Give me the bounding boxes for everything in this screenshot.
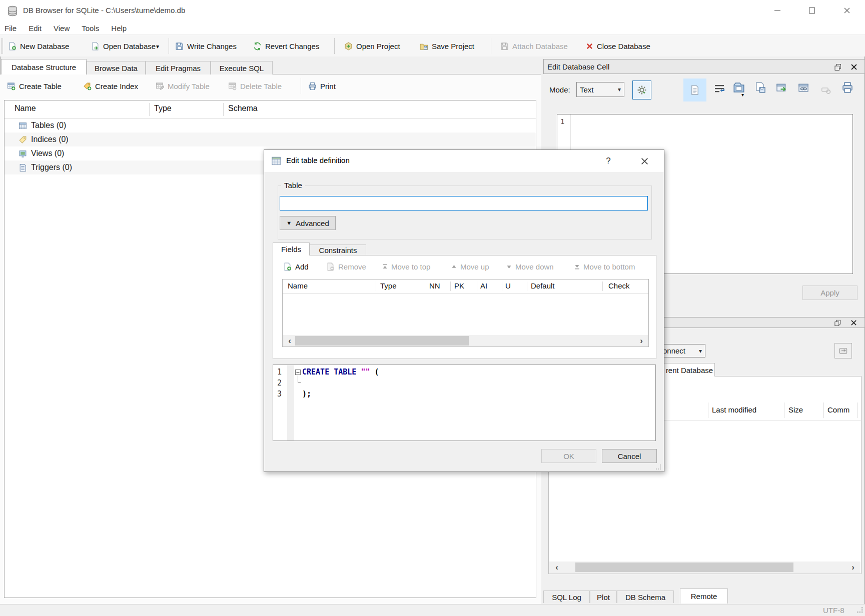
column-separator[interactable] (784, 402, 784, 418)
new-database-button[interactable]: New Database (6, 37, 71, 55)
app-window: DB Browser for SQLite - C:\Users\turne\d… (0, 0, 865, 616)
close-database-button[interactable]: Close Database (584, 37, 652, 55)
tree-header-name[interactable]: Name (15, 104, 36, 113)
column-commit[interactable]: Comm (827, 406, 849, 414)
menu-help[interactable]: Help (105, 24, 133, 32)
column-separator[interactable] (376, 282, 376, 291)
write-changes-button[interactable]: Write Changes (173, 37, 239, 55)
col-u[interactable]: U (505, 282, 511, 290)
column-last-modified[interactable]: Last modified (712, 406, 756, 414)
mode-combobox[interactable]: Text ▾ (576, 82, 624, 97)
mode-text-button[interactable] (683, 78, 706, 102)
save-project-button[interactable]: Save Project (418, 37, 476, 55)
column-separator[interactable] (527, 282, 527, 291)
open-project-button[interactable]: Open Project (342, 37, 402, 55)
code-fold-icon[interactable] (295, 370, 301, 375)
column-separator[interactable] (477, 282, 477, 291)
print-button[interactable]: Print (306, 77, 338, 95)
menu-file[interactable]: File (0, 24, 23, 32)
tab-constraints[interactable]: Constraints (310, 244, 366, 256)
sql-preview[interactable]: 1 2 3 CREATE TABLE "" ( ); (273, 364, 656, 441)
tree-row-indices[interactable]: Indices (0) (5, 132, 536, 146)
column-separator[interactable] (857, 402, 857, 418)
scroll-right-icon[interactable]: › (847, 562, 858, 573)
col-default[interactable]: Default (531, 282, 555, 290)
col-name[interactable]: Name (288, 282, 308, 290)
cancel-button[interactable]: Cancel (602, 449, 657, 463)
fold-line (298, 376, 298, 382)
import-data-button[interactable]: ▾ (732, 81, 745, 94)
float-dock-icon[interactable] (834, 319, 841, 326)
auto-apply-gear-button[interactable] (632, 80, 651, 100)
link-icon[interactable] (797, 82, 809, 94)
minimize-button[interactable] (766, 2, 789, 19)
tree-row-tables[interactable]: Tables (0) (5, 118, 536, 132)
dialog-resize-grip-icon[interactable] (655, 464, 661, 470)
close-dock-icon[interactable] (850, 63, 858, 71)
apply-button: Apply (802, 286, 857, 300)
remote-refresh-button[interactable] (834, 343, 852, 358)
open-in-window-icon[interactable] (775, 82, 787, 94)
fields-grid: Name Type NN PK AI U Default Check (282, 279, 649, 347)
tab-edit-pragmas[interactable]: Edit Pragmas (146, 61, 211, 74)
dialog-close-icon[interactable] (633, 152, 655, 170)
column-separator[interactable] (823, 402, 824, 418)
tab-browse-data[interactable]: Browse Data (87, 61, 146, 74)
maximize-button[interactable] (800, 2, 823, 19)
dialog-help-button[interactable]: ? (597, 152, 619, 170)
col-check[interactable]: Check (608, 282, 630, 290)
menu-view[interactable]: View (48, 24, 76, 32)
tab-database-structure[interactable]: Database Structure (1, 59, 87, 74)
scroll-right-icon[interactable]: › (636, 335, 647, 346)
sql-line-number: 1 (277, 368, 282, 376)
column-separator[interactable] (149, 103, 150, 116)
close-dock-icon[interactable] (850, 319, 857, 326)
remote-hscrollbar[interactable]: ‹ › (549, 562, 860, 573)
open-database-button[interactable]: Open Database (89, 37, 158, 55)
open-database-dropdown-icon[interactable]: ▾ (156, 43, 159, 50)
menu-edit[interactable]: Edit (23, 24, 48, 32)
column-separator[interactable] (426, 282, 426, 291)
col-type[interactable]: Type (380, 282, 397, 290)
open-database-icon (91, 42, 100, 50)
revert-changes-button[interactable]: Revert Changes (251, 37, 321, 55)
column-separator[interactable] (602, 282, 603, 291)
encoding-indicator[interactable]: UTF-8 (823, 606, 844, 614)
tab-execute-sql[interactable]: Execute SQL (211, 61, 273, 74)
create-index-button[interactable]: Create Index (81, 77, 140, 95)
scroll-left-icon[interactable]: ‹ (551, 562, 562, 573)
word-wrap-icon[interactable] (713, 83, 725, 95)
column-separator[interactable] (502, 282, 502, 291)
export-data-icon[interactable] (754, 82, 766, 94)
scroll-left-icon[interactable]: ‹ (284, 335, 295, 346)
column-separator[interactable] (450, 282, 451, 291)
tab-fields[interactable]: Fields (273, 242, 310, 256)
add-field-button[interactable]: Add (281, 258, 311, 274)
col-pk[interactable]: PK (454, 282, 464, 290)
column-separator[interactable] (708, 402, 708, 418)
advanced-button[interactable]: ▼ Advanced (280, 216, 336, 230)
set-null-icon (820, 84, 831, 96)
create-table-button[interactable]: Create Table (5, 77, 64, 95)
tab-current-database[interactable]: rent Database (664, 363, 715, 376)
fields-hscrollbar[interactable]: ‹ › (283, 335, 648, 346)
column-separator[interactable] (223, 103, 224, 116)
tab-sql-log[interactable]: SQL Log (543, 590, 590, 603)
tab-remote[interactable]: Remote (680, 588, 728, 604)
tab-db-schema[interactable]: DB Schema (617, 590, 674, 603)
tree-header-type[interactable]: Type (154, 104, 172, 113)
table-name-input[interactable] (280, 196, 648, 210)
resize-grip-icon[interactable] (856, 606, 863, 614)
print-cell-icon[interactable] (841, 82, 853, 94)
close-window-icon[interactable] (835, 2, 858, 19)
tree-header-schema[interactable]: Schema (228, 104, 258, 113)
tab-plot[interactable]: Plot (590, 590, 617, 603)
scrollbar-thumb[interactable] (295, 336, 469, 346)
float-dock-icon[interactable] (834, 63, 842, 71)
col-ai[interactable]: AI (480, 282, 487, 290)
scrollbar-thumb[interactable] (575, 562, 793, 572)
col-nn[interactable]: NN (429, 282, 440, 290)
menu-tools[interactable]: Tools (76, 24, 105, 32)
column-size[interactable]: Size (788, 406, 803, 414)
identity-combobox[interactable]: onnect ▾ (659, 344, 705, 358)
